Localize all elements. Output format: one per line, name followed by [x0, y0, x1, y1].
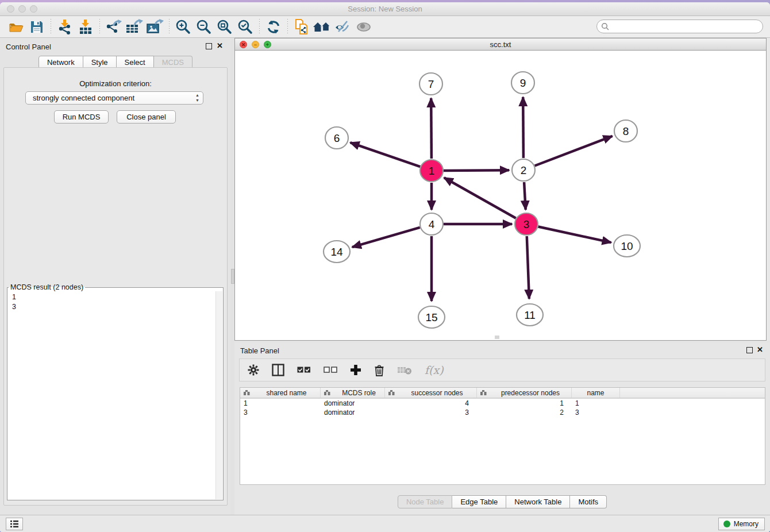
table-cell[interactable]: 1 — [477, 399, 572, 408]
tab-network-table[interactable]: Network Table — [506, 495, 570, 508]
import-network-button[interactable] — [55, 18, 75, 36]
node-table-body: 1dominator4113dominator323 — [240, 399, 765, 417]
export-table-button[interactable] — [124, 18, 145, 36]
select-all-button[interactable] — [297, 366, 311, 374]
close-panel-button[interactable]: Close panel — [117, 110, 176, 124]
run-mcds-button[interactable]: Run MCDS — [54, 110, 109, 124]
table-cell[interactable]: 1 — [240, 399, 321, 408]
search-container — [596, 20, 763, 33]
zoom-in-icon — [175, 19, 191, 35]
export-image-button[interactable] — [145, 18, 165, 36]
table-float-icon[interactable] — [746, 347, 753, 353]
graph-node-1[interactable]: 1 — [420, 160, 443, 182]
deselect-all-button[interactable] — [324, 366, 337, 374]
selected-option: strongly connected component — [33, 94, 134, 102]
column-view-button[interactable] — [272, 364, 284, 376]
mcds-result-text[interactable]: 1 3 — [9, 291, 215, 499]
zoom-fit-button[interactable] — [214, 18, 235, 36]
table-row[interactable]: 1dominator411 — [240, 399, 765, 408]
table-row[interactable]: 3dominator323 — [240, 408, 765, 417]
graph-edge-4-14[interactable] — [352, 228, 420, 247]
network-title: scc.txt — [235, 40, 766, 49]
export-network-button[interactable] — [103, 18, 124, 36]
first-neighbors-button[interactable] — [312, 18, 333, 36]
delete-column-button[interactable] — [374, 364, 384, 376]
table-cell[interactable]: 4 — [385, 399, 477, 408]
graph-edge-2-8[interactable] — [535, 136, 613, 166]
table-cell[interactable]: 3 — [240, 408, 321, 417]
column-header-shared-name[interactable]: shared name — [240, 388, 321, 398]
close-panel-icon[interactable]: ✕ — [217, 41, 223, 50]
memory-label: Memory — [734, 520, 759, 528]
svg-text:14: 14 — [330, 246, 343, 258]
graph-node-14[interactable]: 14 — [324, 241, 350, 263]
checked-boxes-icon — [297, 366, 311, 374]
show-all-button[interactable] — [353, 18, 374, 36]
graph-node-9[interactable]: 9 — [511, 72, 534, 94]
trash-icon — [374, 364, 384, 376]
result-scrollbar[interactable] — [215, 291, 222, 499]
tab-motifs[interactable]: Motifs — [570, 495, 607, 508]
node-table: shared nameMCDS rolesuccessor nodesprede… — [240, 387, 765, 485]
graph-edge-3-1[interactable] — [444, 178, 516, 218]
zoom-out-button[interactable] — [194, 18, 214, 36]
import-table-button[interactable] — [75, 18, 96, 36]
graph-node-10[interactable]: 10 — [614, 235, 640, 257]
table-cell[interactable]: 1 — [572, 399, 620, 408]
graph-node-2[interactable]: 2 — [512, 159, 535, 181]
add-column-button[interactable] — [350, 364, 361, 376]
hide-selected-button[interactable] — [333, 18, 353, 36]
task-history-button[interactable] — [6, 518, 23, 530]
network-canvas[interactable]: 7968124314101511 — [235, 51, 766, 340]
graph-node-11[interactable]: 11 — [517, 304, 543, 326]
table-close-icon[interactable]: ✕ — [757, 345, 763, 354]
open-file-button[interactable] — [6, 18, 26, 36]
column-header-successor-nodes[interactable]: successor nodes — [385, 388, 477, 398]
graph-node-8[interactable]: 8 — [614, 120, 637, 142]
refresh-view-button[interactable] — [263, 18, 284, 36]
graph-edge-1-2[interactable] — [444, 170, 509, 171]
memory-button[interactable]: Memory — [718, 518, 765, 530]
application-window: Session: New Session — [0, 2, 770, 532]
graph-edge-3-11[interactable] — [527, 236, 529, 299]
graph-node-6[interactable]: 6 — [325, 127, 348, 149]
table-cell[interactable]: dominator — [321, 399, 385, 408]
graph-edge-2-3[interactable] — [524, 182, 526, 210]
tab-edge-table[interactable]: Edge Table — [452, 495, 506, 508]
graph-edge-1-6[interactable] — [351, 142, 421, 167]
hierarchy-icon — [480, 390, 486, 396]
tab-node-table[interactable]: Node Table — [398, 495, 453, 508]
delete-table-button[interactable] — [397, 365, 412, 375]
graph-edge-2-9[interactable] — [523, 97, 523, 158]
mcds-result-title: MCDS result (2 nodes) — [9, 283, 85, 291]
graph-node-15[interactable]: 15 — [418, 306, 445, 328]
function-builder-button[interactable]: f(x) — [425, 364, 444, 376]
table-settings-button[interactable] — [248, 364, 259, 376]
network-window-titlebar[interactable]: ✕ − + scc.txt — [235, 38, 766, 51]
zoom-in-button[interactable] — [173, 18, 194, 36]
table-cell[interactable]: 2 — [477, 408, 572, 417]
float-panel-icon[interactable] — [206, 43, 212, 49]
search-input[interactable] — [596, 20, 763, 33]
unchecked-boxes-icon — [324, 366, 337, 374]
toolbar-separator — [51, 19, 51, 35]
table-cell[interactable]: 3 — [572, 408, 620, 417]
hierarchy-icon — [388, 390, 394, 396]
optimization-criterion-select[interactable]: strongly connected component ▲▼ — [25, 91, 203, 105]
graph-node-3[interactable]: 3 — [515, 213, 538, 235]
new-network-from-selection-button[interactable] — [291, 18, 312, 36]
graph-edge-3-10[interactable] — [538, 227, 611, 243]
main-toolbar — [0, 16, 770, 38]
column-header-predecessor-nodes[interactable]: predecessor nodes — [477, 388, 572, 398]
save-session-button[interactable] — [26, 18, 47, 36]
table-cell[interactable]: dominator — [321, 408, 385, 417]
graph-node-7[interactable]: 7 — [419, 73, 442, 95]
graph-node-4[interactable]: 4 — [420, 213, 443, 235]
graph-edge-1-7[interactable] — [431, 98, 432, 159]
canvas-scroll-thumb[interactable] — [495, 336, 499, 339]
main-titlebar[interactable]: Session: New Session — [0, 2, 770, 16]
column-header-mcds-role[interactable]: MCDS role — [321, 388, 385, 398]
table-cell[interactable]: 3 — [385, 408, 477, 417]
column-header-name[interactable]: name — [572, 388, 620, 398]
zoom-selected-button[interactable] — [235, 18, 256, 36]
